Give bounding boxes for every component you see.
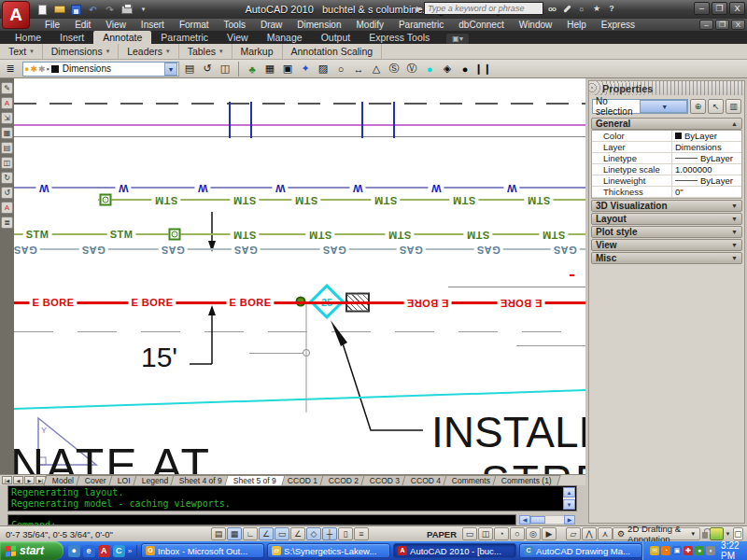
search-input[interactable] [424, 2, 543, 15]
warning-triangle-icon[interactable]: △ [368, 61, 385, 77]
layer-previous-button[interactable]: ↺ [199, 61, 216, 77]
layer-states-button[interactable]: ◫ [217, 61, 233, 77]
redo-button[interactable]: ↷ [103, 3, 117, 16]
snap-toggle[interactable]: ▤ [211, 527, 226, 540]
panel-text[interactable]: Text▾ [0, 44, 43, 59]
sheet-tab-comments[interactable]: Comments [444, 475, 500, 485]
tab-express-tools[interactable]: Express Tools [359, 31, 439, 44]
diamond-symbol-icon[interactable]: ◈ [439, 61, 456, 77]
help-icon[interactable]: ? [605, 2, 618, 15]
quick-view-drawings-button[interactable]: ◫ [478, 527, 493, 540]
cyan-dot-icon[interactable]: ● [421, 61, 438, 77]
property-row-linetype-scale[interactable]: Linetype scale1.000000 [592, 164, 741, 175]
scroll-right-icon[interactable]: ▶ [564, 515, 575, 525]
polar-toggle[interactable]: ∠ [259, 527, 274, 540]
layer-properties-button[interactable]: ▤ [181, 61, 198, 77]
search-icon[interactable]: oo [545, 2, 558, 15]
sheet-tab-ccod-1[interactable]: CCOD 1 [278, 475, 326, 485]
block-tool-icon[interactable]: ▤ [1, 142, 13, 154]
table-tool-icon[interactable]: ▦ [1, 127, 13, 139]
grid-toggle[interactable]: ▦ [227, 527, 242, 540]
layer-combo-dropdown-icon[interactable]: ▼ [164, 63, 177, 76]
doc-minimize-button[interactable]: – [699, 20, 713, 30]
redo-tool-icon[interactable]: ↻ [1, 172, 13, 184]
text-style-icon[interactable]: A [1, 97, 13, 109]
black-dot-icon[interactable]: ● [457, 61, 473, 77]
cylinder-symbol-icon[interactable]: ❙❙ [474, 61, 491, 77]
dim-tool-icon[interactable]: ⇲ [1, 112, 13, 124]
scroll-down-icon[interactable]: ▼ [563, 499, 575, 510]
new-file-button[interactable] [35, 3, 49, 16]
sheet-tab-comments-1-[interactable]: Comments (1) [493, 475, 561, 485]
property-value[interactable]: ByLayer [672, 153, 741, 163]
minimize-button[interactable]: – [694, 2, 710, 15]
osnap-toggle[interactable]: ▭ [275, 527, 289, 540]
ducs-toggle[interactable]: ◇ [306, 527, 321, 540]
panel-dimensions[interactable]: Dimensions▾ [43, 44, 119, 59]
undo-button[interactable]: ↶ [86, 3, 100, 16]
qat-customize-button[interactable]: ▾ [136, 3, 150, 16]
scrollbar-track[interactable] [530, 515, 564, 525]
scroll-left-icon[interactable]: ◀ [519, 515, 530, 525]
internet-explorer-icon[interactable]: e [83, 545, 95, 557]
menu-format[interactable]: Format [172, 19, 217, 31]
general-section-header[interactable]: General ▲ [591, 118, 742, 130]
sun-lock-icon[interactable]: ✱ [38, 63, 46, 76]
doc-close-button[interactable]: X [731, 20, 745, 30]
tab-nav-button-0[interactable]: |◀ [2, 476, 12, 484]
sheet-tab-sheet-4-of-9[interactable]: Sheet 4 of 9 [170, 475, 231, 485]
communication-center-icon[interactable]: ☼ [575, 2, 588, 15]
annotate-tool-icon[interactable]: A [1, 202, 13, 214]
paper-space-label[interactable]: PAPER [427, 529, 457, 539]
big-drawing-text-right[interactable]: INSTALL [431, 407, 585, 457]
section-plot-style[interactable]: Plot style▼ [591, 226, 742, 238]
undo-tool-icon[interactable]: ↺ [1, 187, 13, 199]
panel-flyout-icon[interactable]: ▾ [166, 44, 170, 59]
infocenter-expand-icon[interactable]: ▶ [416, 5, 422, 13]
panel-flyout-icon[interactable]: ▾ [219, 44, 223, 59]
qp-toggle[interactable]: ≡ [354, 527, 369, 540]
ribbon-minimize-button[interactable]: ▣▾ [446, 34, 469, 44]
hatch-grid-icon[interactable]: ▦ [261, 61, 278, 77]
taskbar-window-folder-icon[interactable]: ▱S:\Synergetics-Lakew... [267, 543, 390, 558]
viewport-scale-button[interactable]: ▱ [566, 527, 581, 540]
property-value[interactable]: ByLayer [672, 131, 741, 141]
tab-manage[interactable]: Manage [258, 31, 312, 44]
section-misc[interactable]: Misc▼ [591, 252, 742, 264]
favorites-star-icon[interactable]: ★ [590, 2, 603, 15]
network-tray-icon[interactable]: ▣ [672, 546, 682, 555]
menu-dimension[interactable]: Dimension [289, 19, 348, 31]
blue-marker-icon[interactable]: ✦ [297, 61, 314, 77]
panel-flyout-icon[interactable]: ▾ [30, 44, 34, 59]
panel-flyout-icon[interactable]: ▾ [106, 44, 110, 59]
section-3d-visualization[interactable]: 3D Visualization▼ [591, 200, 742, 212]
sketch-tool-icon[interactable]: ✎ [1, 82, 13, 94]
application-menu-button[interactable]: A [2, 1, 30, 29]
section-view[interactable]: View▼ [591, 239, 742, 251]
show-motion-button[interactable]: ▶ [542, 527, 557, 540]
ortho-toggle[interactable]: ∟ [243, 527, 258, 540]
menu-insert[interactable]: Insert [134, 19, 172, 31]
scroll-up-icon[interactable]: ▲ [563, 487, 575, 497]
hatch-box-icon[interactable]: ▨ [315, 61, 331, 77]
quick-view-layouts-button[interactable]: ▭ [462, 527, 477, 540]
selection-dropdown[interactable]: No selection ▼ [592, 99, 688, 114]
property-row-color[interactable]: ColorByLayer [592, 131, 741, 142]
tab-output[interactable]: Output [312, 31, 360, 44]
drawing-canvas[interactable]: Y 25 15' NATE AT INSTALL STREET WWWWWWWS… [14, 78, 585, 474]
circle-symbol-icon[interactable]: ○ [332, 61, 349, 77]
menu-edit[interactable]: Edit [67, 19, 98, 31]
quick-select-button[interactable]: ▥ [726, 99, 741, 114]
dyn-toggle[interactable]: ┼ [322, 527, 337, 540]
storm-manhole-marker[interactable] [169, 229, 181, 241]
panel-markup[interactable]: Markup [233, 44, 283, 59]
big-drawing-text-left[interactable]: NATE AT [14, 439, 211, 474]
start-button[interactable]: start [0, 541, 63, 560]
browser-icon[interactable]: C [113, 545, 125, 557]
status-tray-button[interactable] [710, 527, 723, 540]
insert-tool-icon[interactable]: ◫ [1, 157, 13, 169]
panel-tables[interactable]: Tables▾ [179, 44, 233, 59]
property-row-layer[interactable]: LayerDimensions [592, 142, 741, 153]
menu-express[interactable]: Express [594, 19, 642, 31]
menu-draw[interactable]: Draw [253, 19, 289, 31]
